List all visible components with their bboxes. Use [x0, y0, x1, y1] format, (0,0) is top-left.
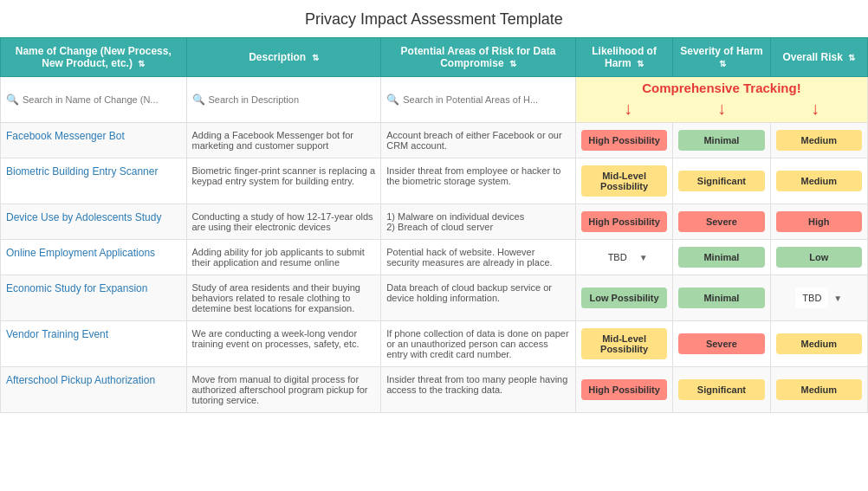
cell-overall: Medium	[770, 158, 867, 204]
cell-likelihood: High Possibility	[575, 367, 672, 413]
cell-likelihood: High Possibility	[575, 204, 672, 240]
col-header-overall: Overall Risk ⇅	[770, 38, 867, 77]
arrow-overall: ↓	[811, 99, 819, 119]
cell-severity: Minimal	[673, 275, 770, 321]
table-row: Device Use by Adolescents StudyConductin…	[1, 204, 868, 240]
cell-name: Vendor Training Event	[1, 321, 187, 367]
cell-severity: Severe	[673, 321, 770, 367]
sort-icon-name[interactable]: ⇅	[138, 59, 145, 68]
cell-name: Afterschool Pickup Authorization	[1, 367, 187, 413]
overall-dropdown-icon[interactable]: ▼	[833, 294, 842, 303]
cell-overall: Medium	[770, 321, 867, 367]
cell-overall: Medium	[770, 367, 867, 413]
search-potential-cell: 🔍	[381, 77, 576, 123]
cell-name: Facebook Messenger Bot	[1, 123, 187, 158]
cell-potential: Insider threat from employee or hacker t…	[381, 158, 576, 204]
cell-description: Adding a Facebook Messenger bot for mark…	[186, 123, 381, 158]
cell-description: Adding ability for job applicants to sub…	[186, 240, 381, 275]
cell-severity: Minimal	[673, 240, 770, 275]
likelihood-dropdown-icon[interactable]: ▼	[639, 253, 648, 262]
comprehensive-tracking-cell: Comprehensive Tracking! ↓ ↓ ↓	[575, 77, 867, 123]
cell-potential: 1) Malware on individual devices 2) Brea…	[381, 204, 576, 240]
cell-severity: Minimal	[673, 123, 770, 158]
cell-description: Study of area residents and their buying…	[186, 275, 381, 321]
page-title: Privacy Impact Assessment Template	[0, 0, 868, 37]
search-icon-name: 🔍	[6, 94, 19, 106]
search-icon-desc: 🔍	[192, 94, 205, 106]
search-potential-input[interactable]	[403, 94, 570, 105]
arrow-likelihood: ↓	[624, 99, 632, 119]
cell-potential: Account breach of either Facebook or our…	[381, 123, 576, 158]
col-header-potential: Potential Areas of Risk for Data Comprom…	[381, 38, 576, 77]
table-row: Afterschool Pickup AuthorizationMove fro…	[1, 367, 868, 413]
cell-description: We are conducting a week-long vendor tra…	[186, 321, 381, 367]
cell-severity: Significant	[673, 158, 770, 204]
cell-severity: Significant	[673, 367, 770, 413]
table-row: Facebook Messenger BotAdding a Facebook …	[1, 123, 868, 158]
cell-severity: Severe	[673, 204, 770, 240]
cell-description: Move from manual to digital process for …	[186, 367, 381, 413]
table-row: Online Employment ApplicationsAdding abi…	[1, 240, 868, 275]
cell-potential: If phone collection of data is done on p…	[381, 321, 576, 367]
sort-icon-potential[interactable]: ⇅	[509, 59, 516, 68]
cell-potential: Potential hack of website. However secur…	[381, 240, 576, 275]
cell-likelihood: High Possibility	[575, 123, 672, 158]
cell-name: Economic Study for Expansion	[1, 275, 187, 321]
table-row: Economic Study for ExpansionStudy of are…	[1, 275, 868, 321]
sort-icon-overall[interactable]: ⇅	[848, 53, 855, 62]
col-header-severity: Severity of Harm ⇅	[673, 38, 770, 77]
cell-overall: Low	[770, 240, 867, 275]
cell-description: Conducting a study of how 12-17-year old…	[186, 204, 381, 240]
search-name-input[interactable]	[23, 94, 181, 105]
sort-icon-likelihood[interactable]: ⇅	[637, 59, 644, 68]
search-desc-cell: 🔍	[186, 77, 381, 123]
cell-description: Biometric finger-print scanner is replac…	[186, 158, 381, 204]
cell-potential: Data breach of cloud backup service or d…	[381, 275, 576, 321]
sort-icon-desc[interactable]: ⇅	[312, 53, 319, 62]
cell-likelihood: TBD▼	[575, 240, 672, 275]
cell-potential: Insider threat from too many people havi…	[381, 367, 576, 413]
cell-name: Biometric Building Entry Scanner	[1, 158, 187, 204]
search-icon-potential: 🔍	[386, 94, 399, 106]
sort-icon-severity[interactable]: ⇅	[719, 59, 726, 68]
comprehensive-label: Comprehensive Tracking!	[642, 81, 800, 95]
table-row: Biometric Building Entry ScannerBiometri…	[1, 158, 868, 204]
col-header-description: Description ⇅	[186, 38, 381, 77]
cell-overall: Medium	[770, 123, 867, 158]
cell-likelihood: Mid-Level Possibility	[575, 158, 672, 204]
cell-overall: High	[770, 204, 867, 240]
arrow-severity: ↓	[717, 99, 726, 119]
cell-name: Online Employment Applications	[1, 240, 187, 275]
cell-likelihood: Low Possibility	[575, 275, 672, 321]
col-header-name: Name of Change (New Process, New Product…	[1, 38, 187, 77]
cell-likelihood: Mid-Level Possibility	[575, 321, 672, 367]
search-name-cell: 🔍	[1, 77, 187, 123]
cell-name: Device Use by Adolescents Study	[1, 204, 187, 240]
cell-overall: TBD▼	[770, 275, 867, 321]
col-header-likelihood: Likelihood of Harm ⇅	[575, 38, 672, 77]
table-row: Vendor Training EventWe are conducting a…	[1, 321, 868, 367]
search-description-input[interactable]	[209, 94, 376, 105]
